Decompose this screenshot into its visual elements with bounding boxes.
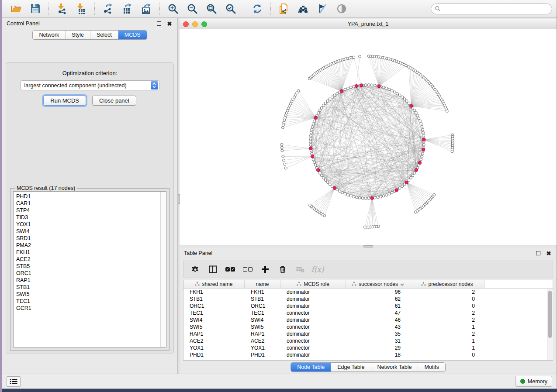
maximize-window-icon[interactable] (201, 21, 207, 27)
mcds-result-item[interactable]: RAP1 (16, 277, 160, 284)
refresh-layout-icon[interactable] (251, 2, 264, 15)
mcds-result-item[interactable]: PHD1 (16, 193, 160, 200)
mcds-result-item[interactable]: PMA2 (16, 242, 160, 249)
search-network-icon[interactable] (297, 2, 310, 15)
memory-button[interactable]: Memory (515, 376, 552, 387)
cell-shared-name[interactable]: YOX1 (183, 344, 245, 351)
cell-successor-nodes[interactable]: 29 (346, 344, 410, 351)
run-mcds-button[interactable]: Run MCDS (43, 96, 86, 106)
delete-column-icon[interactable] (276, 263, 289, 275)
mcds-result-item[interactable]: TID3 (16, 214, 160, 221)
cell-name[interactable]: ORC1 (245, 303, 280, 309)
column-header-mcds-role[interactable]: MCDS role (280, 280, 346, 288)
cell-successor-nodes[interactable]: 18 (346, 351, 410, 358)
mcds-result-item[interactable]: STP4 (16, 207, 160, 214)
cell-successor-nodes[interactable]: 96 (346, 289, 410, 296)
table-scrollbar[interactable] (547, 289, 552, 360)
select-all-rows-icon[interactable] (224, 263, 237, 275)
cell-successor-nodes[interactable]: 43 (346, 323, 410, 330)
float-panel-icon[interactable] (156, 20, 163, 27)
mcds-result-item[interactable]: YOX1 (16, 221, 160, 228)
zoom-fit-icon[interactable] (205, 2, 218, 15)
tab-mcds[interactable]: MCDS (118, 31, 147, 39)
mcds-result-item[interactable]: STB1 (16, 284, 160, 291)
network-graph[interactable] (180, 29, 557, 245)
scrollbar-thumb[interactable] (548, 291, 552, 338)
table-row[interactable]: STB1STB1dominator620 (183, 296, 553, 303)
splitter-handle-icon[interactable] (178, 194, 180, 204)
float-table-panel-icon[interactable] (535, 250, 542, 257)
tab-select[interactable]: Select (90, 31, 118, 39)
mcds-result-item[interactable]: TEC1 (16, 298, 160, 305)
cell-predecessor-nodes[interactable]: 1 (410, 323, 484, 330)
show-columns-icon[interactable] (206, 263, 219, 275)
column-header-shared-name[interactable]: shared name (183, 280, 245, 288)
cell-predecessor-nodes[interactable]: 0 (410, 351, 484, 358)
table-options-gear-icon[interactable] (189, 263, 202, 275)
mcds-result-item[interactable]: GCR1 (16, 305, 160, 312)
hide-selected-icon[interactable] (316, 2, 329, 15)
cell-successor-nodes[interactable]: 35 (346, 330, 410, 337)
tab-motifs[interactable]: Motifs (418, 363, 445, 371)
cell-mcds-role[interactable]: connector (280, 344, 346, 351)
import-network-icon[interactable] (55, 2, 69, 15)
cell-predecessor-nodes[interactable]: 0 (410, 303, 484, 309)
network-view[interactable] (180, 29, 557, 245)
cell-successor-nodes[interactable]: 47 (346, 309, 410, 316)
mcds-result-item[interactable]: SRD1 (16, 235, 160, 242)
open-session-icon[interactable] (10, 2, 23, 15)
table-row[interactable]: FKH1FKH1dominator962 (183, 289, 553, 296)
create-column-icon[interactable] (259, 263, 272, 275)
cell-mcds-role[interactable]: dominator (280, 289, 346, 296)
vertical-splitter[interactable] (177, 18, 180, 374)
mcds-result-item[interactable]: ORC1 (16, 270, 160, 277)
cell-name[interactable]: STB1 (245, 296, 280, 303)
task-history-button[interactable] (7, 376, 21, 387)
export-network-icon[interactable] (101, 2, 114, 15)
cell-shared-name[interactable]: TEC1 (183, 309, 245, 316)
cell-successor-nodes[interactable]: 61 (346, 303, 410, 309)
tab-network[interactable]: Network (33, 31, 65, 39)
network-window-titlebar[interactable]: YPA_prune.txt_1 (180, 19, 557, 29)
export-image-icon[interactable] (140, 2, 153, 15)
table-row[interactable]: TEC1TEC1connector472 (183, 309, 553, 316)
cell-successor-nodes[interactable]: 31 (346, 337, 410, 344)
mcds-result-item[interactable]: SWI4 (16, 228, 160, 235)
cell-successor-nodes[interactable]: 46 (346, 316, 410, 323)
splitter-handle-icon[interactable] (363, 245, 373, 248)
cell-predecessor-nodes[interactable]: 2 (410, 289, 484, 296)
cell-predecessor-nodes[interactable]: 0 (410, 296, 484, 303)
cell-shared-name[interactable]: RAP1 (183, 330, 245, 337)
table-row[interactable]: ACE2ACE2connector311 (183, 337, 553, 344)
zoom-out-icon[interactable] (186, 2, 199, 15)
table-row[interactable]: PHD1PHD1dominator180 (183, 351, 553, 358)
cell-shared-name[interactable]: FKH1 (183, 289, 245, 296)
mcds-result-item[interactable]: SWI5 (16, 291, 160, 298)
cell-name[interactable]: ACE2 (245, 337, 280, 344)
mcds-result-item[interactable]: CAR1 (16, 200, 160, 207)
cell-name[interactable]: SWI4 (245, 316, 280, 323)
result-scrollbar[interactable] (160, 192, 166, 347)
cell-shared-name[interactable]: SWI4 (183, 316, 245, 323)
cell-shared-name[interactable]: PHD1 (183, 351, 245, 358)
table-row[interactable]: RAP1RAP1dominator352 (183, 330, 553, 337)
clone-network-icon[interactable] (277, 2, 291, 15)
cell-mcds-role[interactable]: dominator (280, 303, 346, 309)
cell-mcds-role[interactable]: connector (280, 309, 346, 316)
search-input[interactable] (443, 6, 548, 12)
zoom-in-icon[interactable] (166, 2, 180, 15)
close-panel-button[interactable]: Close panel (92, 96, 136, 106)
cell-name[interactable]: PHD1 (245, 351, 280, 358)
cell-mcds-role[interactable]: dominator (280, 351, 346, 358)
cell-name[interactable]: RAP1 (245, 330, 280, 337)
cell-shared-name[interactable]: SWI5 (183, 323, 245, 330)
cell-shared-name[interactable]: STB1 (183, 296, 245, 303)
optimization-criterion-dropdown[interactable]: largest connected component (undirected) (21, 80, 159, 90)
save-session-icon[interactable] (29, 2, 42, 15)
table-row[interactable]: YOX1YOX1connector291 (183, 344, 553, 351)
table-row[interactable]: SWI5SWI5connector431 (183, 323, 553, 330)
tab-network-table[interactable]: Network Table (371, 363, 418, 371)
column-header-successor-nodes[interactable]: successor nodes (346, 280, 410, 288)
close-panel-icon[interactable]: ✖ (166, 20, 173, 27)
cell-mcds-role[interactable]: dominator (280, 296, 346, 303)
